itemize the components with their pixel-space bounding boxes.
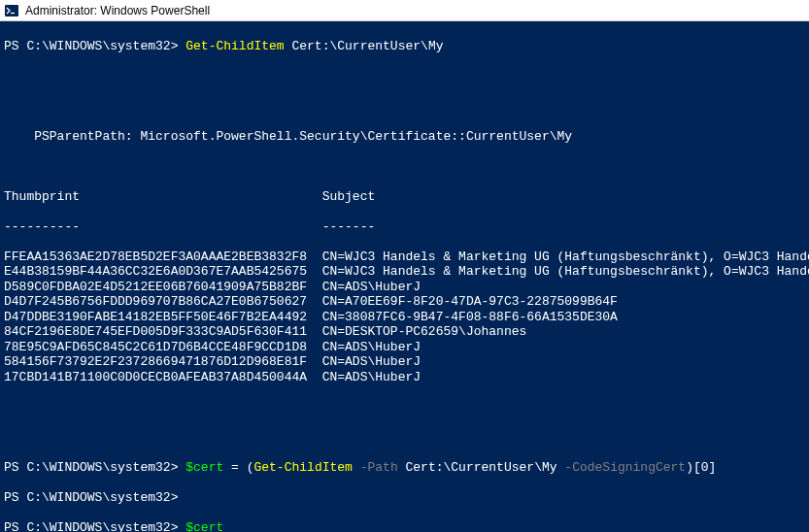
prompt: PS C:\WINDOWS\system32> [4,520,185,533]
line-empty-prompt: PS C:\WINDOWS\system32> [4,490,805,506]
table-header: Thumbprint Subject [4,189,805,205]
blank [4,400,805,416]
cert-list: FFEAA15363AE2D78EB5D2EF3A0AAAE2BEB3832F8… [4,249,805,385]
table-row: E44B38159BF44A36CC32E6A0D367E7AAB5425675… [4,264,805,280]
variable: $cert [185,460,223,475]
blank [4,99,805,115]
command: Get-ChildItem [253,460,352,475]
blank [4,159,805,175]
window-titlebar[interactable]: Administrator: Windows PowerShell [0,0,809,21]
table-row: 584156F73792E2F23728669471876D12D968E81F… [4,354,805,370]
line-cmd2: PS C:\WINDOWS\system32> $cert = (Get-Chi… [4,460,805,476]
args: Cert:\CurrentUser\My [285,39,444,53]
line-cmd3: PS C:\WINDOWS\system32> $cert [4,520,805,533]
variable: $cert [185,520,223,533]
table-row: 84CF2196E8DE745EFD005D9F333C9AD5F630F411… [4,324,805,340]
prompt: PS C:\WINDOWS\system32> [4,39,185,53]
prompt: PS C:\WINDOWS\system32> [4,490,185,505]
param-flag: -CodeSigningCert [557,460,687,475]
table-row: 78E95C9AFD65C845C2C61D7D6B4CCE48F9CCD1D8… [4,340,805,355]
param-flag: -Path [353,460,398,475]
window-title: Administrator: Windows PowerShell [25,4,210,17]
powershell-icon [4,3,19,18]
table-row: 17CBD141B71100C0D0CECB0AFEAB37A8D450044A… [4,370,805,385]
prompt: PS C:\WINDOWS\system32> [4,460,185,475]
blank [4,69,805,84]
line-cmd1: PS C:\WINDOWS\system32> Get-ChildItem Ce… [4,39,805,54]
parent-path: PSParentPath: Microsoft.PowerShell.Secur… [4,129,805,145]
svg-rect-0 [5,5,18,17]
table-header-underline: ---------- ------- [4,219,805,235]
command: Get-ChildItem [185,39,284,53]
table-row: D47DDBE3190FABE14182EB5FF50E46F7B2EA4492… [4,310,805,325]
blank [4,430,805,446]
terminal-output[interactable]: PS C:\WINDOWS\system32> Get-ChildItem Ce… [0,21,809,532]
table-row: D589C0FDBA02E4D5212EE06B76041909A75B82BF… [4,280,805,295]
table-row: FFEAA15363AE2D78EB5D2EF3A0AAAE2BEB3832F8… [4,249,805,265]
table-row: D4D7F245B6756FDDD969707B86CA27E0B6750627… [4,294,805,310]
